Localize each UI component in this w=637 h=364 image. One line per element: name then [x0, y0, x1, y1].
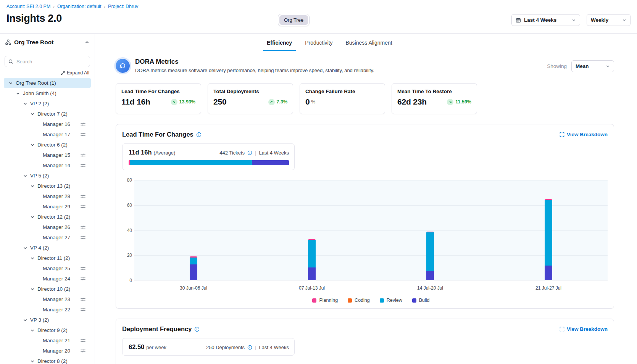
sliders-settings-icon[interactable]	[80, 224, 86, 230]
y-axis-tick-label: 20	[127, 253, 132, 258]
breadcrumb-separator-icon: ›	[53, 4, 55, 9]
tree-item-director-7-2[interactable]: Director 7 (2)	[4, 109, 91, 119]
legend-swatch	[412, 298, 416, 303]
tree-item-manager-28[interactable]: Manager 28	[4, 191, 91, 201]
chevron-down-icon[interactable]	[30, 215, 35, 219]
info-icon[interactable]	[194, 327, 200, 332]
tree-item-manager-21[interactable]: Manager 21	[4, 335, 91, 346]
x-axis-tick-label: 14 Jul-20 Jul	[417, 285, 443, 291]
metric-value: 11d 16h	[121, 97, 150, 106]
tree-item-manager-25[interactable]: Manager 25	[4, 263, 91, 274]
legend-item-review[interactable]: Review	[380, 298, 402, 303]
showing-select[interactable]: Mean	[571, 60, 614, 72]
tree-item-vp-5-2[interactable]: VP 5 (2)	[4, 171, 91, 181]
tree-item-manager-15[interactable]: Manager 15	[4, 150, 91, 160]
chevron-down-icon[interactable]	[30, 287, 35, 292]
df-view-breakdown-link[interactable]: View Breakdown	[560, 326, 608, 332]
tree-item-vp-3-2[interactable]: VP 3 (2)	[4, 315, 91, 325]
sliders-settings-icon[interactable]	[80, 348, 86, 354]
chevron-down-icon[interactable]	[16, 91, 20, 96]
tree-item-label: Director 12 (2)	[37, 214, 70, 220]
breadcrumb-link[interactable]: Account: SEI 2.0 PM	[6, 4, 50, 9]
tree-item-director-10-2[interactable]: Director 10 (2)	[4, 284, 91, 294]
tree-item-manager-26[interactable]: Manager 26	[4, 222, 91, 232]
breadcrumb-link[interactable]: Project: Dhruv	[108, 4, 138, 9]
chevron-down-icon[interactable]	[23, 318, 27, 322]
tree-item-vp-4-2[interactable]: VP 4 (2)	[4, 243, 91, 253]
metric-delta: 7.3%	[277, 99, 288, 105]
granularity-select[interactable]: Weekly	[587, 14, 631, 26]
sliders-settings-icon[interactable]	[80, 276, 86, 282]
info-icon[interactable]	[247, 150, 252, 155]
sliders-settings-icon[interactable]	[80, 338, 86, 343]
tree-item-director-13-2[interactable]: Director 13 (2)	[4, 181, 91, 191]
tree-item-director-12-2[interactable]: Director 12 (2)	[4, 212, 91, 222]
org-tree-toggle-button[interactable]: Org Tree	[278, 14, 310, 26]
chevron-down-icon[interactable]	[23, 246, 27, 250]
tree-item-manager-29[interactable]: Manager 29	[4, 201, 91, 212]
breadcrumb-link[interactable]: Organization: default	[57, 4, 101, 9]
chevron-down-icon[interactable]	[23, 174, 27, 178]
tree-item-manager-16[interactable]: Manager 16	[4, 119, 91, 129]
expand-corners-icon	[560, 132, 564, 137]
chevron-down-icon[interactable]	[30, 328, 35, 333]
sliders-settings-icon[interactable]	[80, 163, 86, 168]
ltc-mini-stacked-bar	[129, 160, 289, 165]
metric-value: 62d 23h	[397, 97, 427, 106]
tree-item-manager-23[interactable]: Manager 23	[4, 294, 91, 304]
tree-item-manager-27[interactable]: Manager 27	[4, 232, 91, 243]
bar-segment-review	[190, 258, 197, 264]
tree-item-manager-24[interactable]: Manager 24	[4, 274, 91, 284]
collapse-panel-chevron-up-icon[interactable]	[85, 40, 89, 45]
insights-page: Account: SEI 2.0 PM›Organization: defaul…	[0, 0, 637, 364]
legend-item-coding[interactable]: Coding	[348, 298, 370, 303]
tree-item-vp-2-2[interactable]: VP 2 (2)	[4, 98, 91, 109]
sliders-settings-icon[interactable]	[80, 235, 86, 240]
search-input[interactable]	[16, 59, 86, 64]
tree-item-director-8-2[interactable]: Director 8 (2)	[4, 356, 91, 364]
y-axis-tick-label: 80	[127, 177, 132, 183]
sliders-settings-icon[interactable]	[80, 132, 86, 137]
tree-item-director-9-2[interactable]: Director 9 (2)	[4, 325, 91, 335]
chevron-down-icon[interactable]	[23, 101, 27, 106]
legend-item-planning[interactable]: Planning	[312, 298, 338, 303]
ltc-range: Last 4 Weeks	[259, 150, 289, 156]
sliders-settings-icon[interactable]	[80, 121, 86, 127]
expand-all-button[interactable]: Expand All	[61, 70, 89, 76]
metric-value: 0	[305, 97, 310, 106]
ltc-summary-qualifier: (Average)	[154, 150, 176, 156]
sliders-settings-icon[interactable]	[80, 266, 86, 271]
tab-efficiency[interactable]: Efficiency	[263, 35, 296, 51]
ltc-view-breakdown-link[interactable]: View Breakdown	[560, 132, 608, 137]
tree-item-manager-22[interactable]: Manager 22	[4, 304, 91, 315]
chevron-down-icon[interactable]	[30, 184, 35, 188]
tree-item-director-11-2[interactable]: Director 11 (2)	[4, 253, 91, 263]
tab-business-alignment[interactable]: Business Alignment	[342, 35, 396, 51]
x-axis-tick-label: 30 Jun-06 Jul	[180, 285, 207, 291]
tree-item-john-smith-4[interactable]: John Smith (4)	[4, 88, 91, 98]
info-icon[interactable]	[247, 345, 252, 350]
metric-unit: %	[311, 99, 315, 105]
tree-item-manager-14[interactable]: Manager 14	[4, 160, 91, 171]
info-icon[interactable]	[196, 132, 202, 137]
chevron-down-icon[interactable]	[30, 143, 35, 147]
tree-item-manager-20[interactable]: Manager 20	[4, 346, 91, 356]
tab-productivity[interactable]: Productivity	[301, 35, 336, 51]
sliders-settings-icon[interactable]	[80, 296, 86, 302]
sliders-settings-icon[interactable]	[80, 152, 86, 158]
tree-item-label: Manager 17	[43, 132, 70, 137]
chevron-down-icon[interactable]	[30, 112, 35, 116]
sliders-settings-icon[interactable]	[80, 307, 86, 312]
date-range-select[interactable]: Last 4 Weeks	[511, 14, 580, 26]
legend-item-build[interactable]: Build	[412, 298, 430, 303]
tree-item-label: John Smith (4)	[23, 90, 56, 96]
sliders-settings-icon[interactable]	[80, 193, 86, 199]
tree-item-director-6-2[interactable]: Director 6 (2)	[4, 140, 91, 150]
chevron-down-icon[interactable]	[30, 359, 35, 364]
stacked-bar-21-jul-27-jul	[545, 199, 552, 280]
chevron-down-icon[interactable]	[30, 256, 35, 261]
tree-item-manager-17[interactable]: Manager 17	[4, 129, 91, 140]
tree-item-org-tree-root-1[interactable]: Org Tree Root (1)	[4, 78, 91, 88]
chevron-down-icon[interactable]	[8, 81, 13, 85]
sliders-settings-icon[interactable]	[80, 204, 86, 209]
